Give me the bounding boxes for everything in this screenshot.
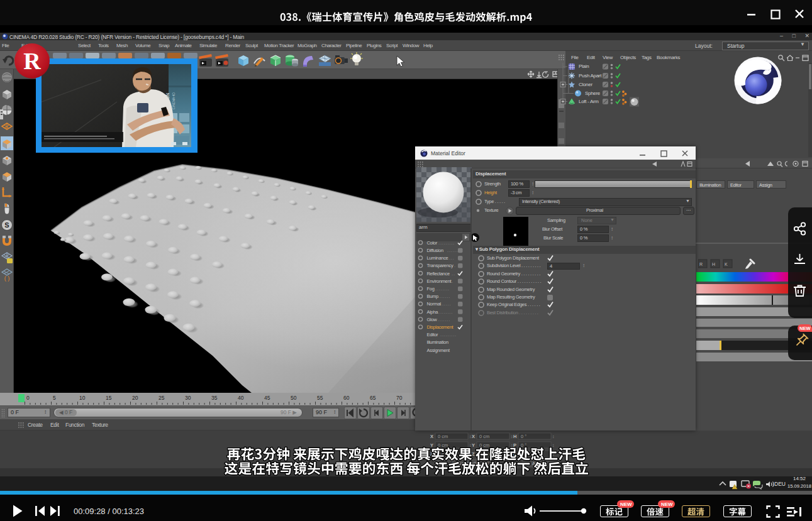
svg-text:........: ........ bbox=[436, 317, 450, 322]
svg-text:S: S bbox=[4, 221, 9, 229]
svg-text:.........: ......... bbox=[433, 286, 450, 292]
svg-text:Alpha: Alpha bbox=[427, 309, 439, 315]
svg-text:70: 70 bbox=[396, 395, 403, 401]
svg-text:Displacement: Displacement bbox=[427, 324, 454, 330]
svg-text:......: ...... bbox=[447, 248, 458, 253]
svg-text:30: 30 bbox=[185, 395, 191, 401]
svg-text:Environment: Environment bbox=[427, 278, 452, 284]
svg-text:55: 55 bbox=[317, 395, 323, 401]
svg-text:15: 15 bbox=[106, 395, 112, 401]
svg-text:↕: ↕ bbox=[511, 434, 513, 439]
svg-text:0: 0 bbox=[26, 395, 30, 401]
svg-text:50: 50 bbox=[291, 395, 297, 401]
svg-text:45: 45 bbox=[264, 395, 270, 401]
svg-text:65: 65 bbox=[370, 395, 376, 401]
svg-text:0 cm: 0 cm bbox=[479, 434, 489, 439]
svg-text:H: H bbox=[712, 262, 715, 266]
svg-text:K: K bbox=[725, 262, 728, 266]
svg-text:X: X bbox=[472, 434, 475, 439]
svg-text:Color: Color bbox=[427, 240, 438, 246]
svg-text:Diffusion: Diffusion bbox=[427, 248, 443, 253]
svg-text:↕: ↕ bbox=[552, 434, 555, 439]
svg-text:60: 60 bbox=[343, 395, 350, 401]
svg-text:Transparency: Transparency bbox=[427, 263, 454, 268]
svg-text:( ): ( ) bbox=[4, 275, 10, 282]
svg-text:R: R bbox=[23, 48, 41, 74]
svg-text:0 cm: 0 cm bbox=[438, 434, 448, 439]
svg-text:........: ........ bbox=[438, 309, 453, 315]
svg-text:10: 10 bbox=[79, 395, 86, 401]
svg-text:.........: ......... bbox=[440, 332, 457, 337]
svg-text:X: X bbox=[430, 434, 433, 439]
svg-text:5: 5 bbox=[53, 395, 56, 401]
svg-text:35: 35 bbox=[211, 395, 218, 401]
svg-text:Editor: Editor bbox=[427, 332, 439, 337]
svg-text:Normal: Normal bbox=[427, 301, 442, 307]
svg-text:20: 20 bbox=[132, 395, 138, 401]
svg-text:↕: ↕ bbox=[469, 434, 472, 439]
svg-text:Illumination: Illumination bbox=[427, 339, 448, 345]
svg-text:40: 40 bbox=[238, 395, 244, 401]
svg-text:.: . bbox=[454, 263, 456, 268]
svg-text:Reflectance: Reflectance bbox=[427, 271, 450, 277]
svg-text:25: 25 bbox=[159, 395, 165, 401]
svg-text:......: ...... bbox=[440, 301, 451, 307]
svg-text:..: .. bbox=[452, 271, 455, 277]
svg-text:Luminance: Luminance bbox=[427, 255, 448, 261]
svg-text:H: H bbox=[513, 434, 516, 439]
svg-text:.: . bbox=[452, 278, 453, 284]
svg-text:....: .... bbox=[447, 255, 455, 261]
svg-text:.........: ......... bbox=[438, 240, 455, 246]
svg-text:R: R bbox=[699, 262, 703, 266]
svg-text:........: ........ bbox=[436, 293, 450, 299]
svg-text:CINEMA 4D: CINEMA 4D bbox=[172, 92, 175, 109]
svg-text:Assignment: Assignment bbox=[427, 348, 450, 353]
svg-text:0 °: 0 ° bbox=[521, 434, 526, 439]
